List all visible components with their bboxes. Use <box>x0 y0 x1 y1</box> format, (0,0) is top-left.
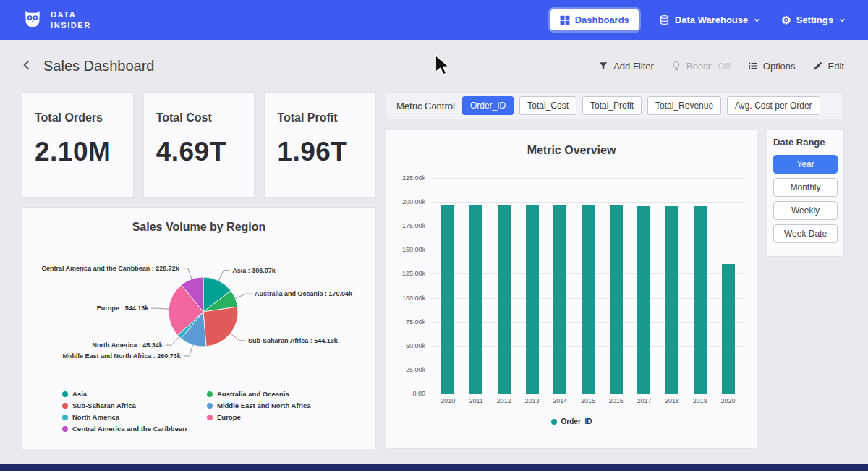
date-range-title: Date Range <box>773 137 838 148</box>
bar-2010[interactable] <box>441 205 454 394</box>
right-column: Metric Control Order_IDTotal_CostTotal_P… <box>386 92 844 449</box>
x-tick-2013: 2013 <box>526 397 539 404</box>
x-tick-2010: 2010 <box>441 397 454 404</box>
brand-logo[interactable]: DATA INSIDER <box>22 8 91 33</box>
brand-line2: INSIDER <box>51 20 91 31</box>
y-tick-label: 200.00k <box>402 198 425 205</box>
legend-dot <box>551 419 557 425</box>
data-warehouse-menu[interactable]: Data Warehouse <box>659 14 761 25</box>
bar-chart-legend[interactable]: Order_ID <box>386 417 757 425</box>
boost-value: Off <box>718 61 731 72</box>
pie-slice-sub-saharan-africa[interactable] <box>203 307 238 347</box>
dashboards-button[interactable]: Dashboards <box>550 9 639 30</box>
chevron-down-icon <box>753 16 761 24</box>
add-filter-button[interactable]: Add Filter <box>598 61 654 72</box>
bar-2012[interactable] <box>498 205 511 394</box>
legend-item-australia-and-oceania[interactable]: Australia and Oceania <box>207 390 352 398</box>
bar-chart-x-axis: 2010201120122013201420152016201720182019… <box>431 397 745 404</box>
legend-dot <box>62 426 68 432</box>
legend-item-central-america-and-the-caribbean[interactable]: Central America and the Caribbean <box>62 425 207 433</box>
owl-logo-icon <box>22 8 43 33</box>
y-tick-label: 0.00 <box>412 390 425 397</box>
bar-2016[interactable] <box>610 205 623 394</box>
legend-item-north-america[interactable]: North America <box>62 413 207 421</box>
x-tick-2017: 2017 <box>637 397 650 404</box>
metric-buttons: Order_IDTotal_CostTotal_ProfitTotal_Reve… <box>462 96 820 115</box>
legend-label: North America <box>72 413 119 421</box>
bottom-accent-bar <box>0 464 868 471</box>
metric-button-total-cost[interactable]: Total_Cost <box>519 96 576 115</box>
legend-item-asia[interactable]: Asia <box>62 390 207 398</box>
metric-control-bar: Metric Control Order_IDTotal_CostTotal_P… <box>386 92 844 119</box>
left-column: Total Orders 2.10M Total Cost 4.69T Tota… <box>22 92 376 449</box>
pie-callout-label-central-america-and-the-caribbean: Central America and the Caribbean : 226.… <box>41 265 179 272</box>
legend-item-europe[interactable]: Europe <box>207 413 352 421</box>
pie-callout-line <box>182 268 192 279</box>
pie-callout-label-north-america: North America : 45.34k <box>92 341 163 349</box>
metric-button-avg-cost-per-order[interactable]: Avg. Cost per Order <box>727 96 820 115</box>
edit-button[interactable]: Edit <box>813 61 844 72</box>
options-label: Options <box>763 61 796 72</box>
boost-toggle[interactable]: Boost: Off <box>671 61 731 72</box>
bar-2019[interactable] <box>694 206 707 394</box>
chevron-down-icon <box>838 16 846 24</box>
back-button[interactable] <box>20 58 35 75</box>
date-range-buttons: YearMonthlyWeeklyWeek Date <box>773 155 838 243</box>
date-range-button-monthly[interactable]: Monthly <box>773 178 838 197</box>
bar-2013[interactable] <box>526 205 539 394</box>
settings-label: Settings <box>796 14 833 25</box>
kpi-card-total-cost: Total Cost 4.69T <box>143 92 255 198</box>
pie-callout-line <box>151 308 169 309</box>
kpi-label: Total Orders <box>35 111 126 124</box>
pie-callout-line <box>218 271 229 281</box>
brand-text: DATA INSIDER <box>51 9 91 31</box>
database-icon <box>659 14 670 25</box>
pie-callout-line <box>231 334 246 341</box>
x-tick-2012: 2012 <box>498 397 511 404</box>
bar-2011[interactable] <box>469 205 482 394</box>
pie-callout-label-europe: Europe : 544.13k <box>97 305 150 312</box>
bar-2014[interactable] <box>553 205 566 394</box>
bar-2015[interactable] <box>582 205 595 394</box>
pie-callout-label-middle-east-and-north-africa: Middle East and North Africa : 260.73k <box>62 352 181 360</box>
legend-label: Central America and the Caribbean <box>72 425 187 433</box>
data-warehouse-label: Data Warehouse <box>675 14 748 25</box>
pie-callout-line <box>184 345 193 356</box>
metric-button-order-id[interactable]: Order_ID <box>462 96 514 115</box>
date-range-button-year[interactable]: Year <box>773 155 838 174</box>
bars-container <box>431 179 745 394</box>
legend-item-sub-saharan-africa[interactable]: Sub-Saharan Africa <box>62 402 207 410</box>
kpi-value: 1.96T <box>277 137 368 167</box>
filter-funnel-icon <box>598 61 608 71</box>
y-tick-label: 25.00k <box>406 366 425 373</box>
legend-label: Order_ID <box>561 417 592 425</box>
kpi-card-total-orders: Total Orders 2.10M <box>22 92 134 198</box>
pie-legend-column-1: AsiaSub-Saharan AfricaNorth AmericaCentr… <box>62 390 207 433</box>
pie-legend-column-2: Australia and OceaniaMiddle East and Nor… <box>207 390 352 433</box>
bar-2017[interactable] <box>637 206 650 394</box>
date-range-button-weekly[interactable]: Weekly <box>773 201 838 220</box>
bar-chart-plot: 0.0025.00k50.00k75.00k100.00k125.00k150.… <box>431 179 745 394</box>
edit-label: Edit <box>828 61 844 72</box>
date-range-button-week-date[interactable]: Week Date <box>773 224 838 243</box>
kpi-value: 4.69T <box>156 137 247 167</box>
y-tick-label: 150.00k <box>402 246 425 253</box>
kpi-row: Total Orders 2.10M Total Cost 4.69T Tota… <box>22 92 376 198</box>
bar-2018[interactable] <box>665 206 678 394</box>
settings-menu[interactable]: ⚙ Settings <box>781 14 846 25</box>
metric-button-total-revenue[interactable]: Total_Revenue <box>647 96 721 115</box>
legend-item-middle-east-and-north-africa[interactable]: Middle East and North Africa <box>207 402 352 410</box>
x-tick-2020: 2020 <box>722 397 735 404</box>
kpi-card-total-profit: Total Profit 1.96T <box>264 92 376 198</box>
bar-2020[interactable] <box>722 264 735 394</box>
pie-chart: Asia : 306.07kAustralia and Oceania : 17… <box>22 244 377 389</box>
brand-line1: DATA <box>51 9 91 20</box>
metric-button-total-profit[interactable]: Total_Profit <box>582 96 642 115</box>
x-tick-2014: 2014 <box>553 397 566 404</box>
options-button[interactable]: Options <box>748 61 796 72</box>
page-header: Sales Dashboard Add Filter Boost: Off <box>0 40 868 92</box>
legend-dot <box>207 415 213 420</box>
pie-callout-label-asia: Asia : 306.07k <box>232 267 276 274</box>
legend-label: Middle East and North Africa <box>217 402 311 410</box>
legend-dot <box>62 403 68 409</box>
